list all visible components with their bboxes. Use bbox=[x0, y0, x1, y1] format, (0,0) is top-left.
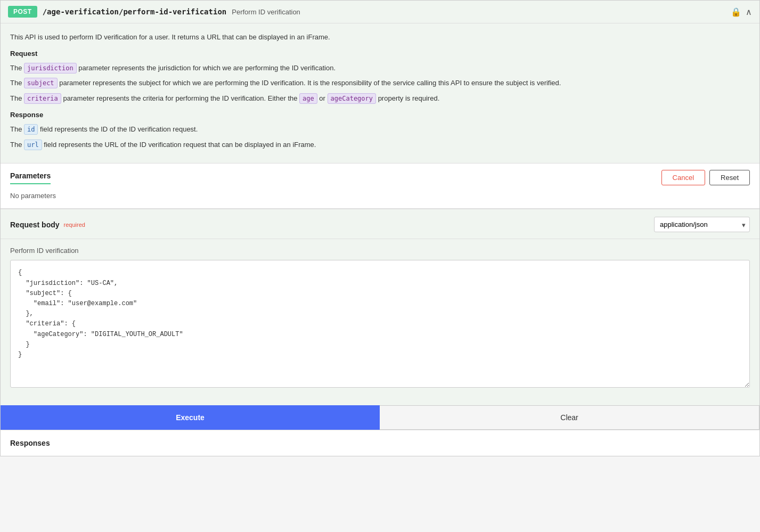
id-code: id bbox=[24, 124, 38, 135]
age-code: age bbox=[299, 93, 317, 104]
required-badge: required bbox=[64, 222, 85, 228]
api-panel: POST /age-verification/perform-id-verifi… bbox=[0, 0, 760, 456]
id-text-after: field represents the ID of the ID verifi… bbox=[38, 125, 198, 133]
jurisdiction-text-after: parameter represents the jurisdiction fo… bbox=[77, 64, 336, 72]
jurisdiction-line: The jurisdiction parameter represents th… bbox=[10, 63, 750, 74]
intro-text: This API is used to perform ID verificat… bbox=[10, 32, 750, 43]
endpoint-path: /age-verification/perform-id-verificatio… bbox=[43, 7, 227, 16]
criteria-code: criteria bbox=[24, 93, 61, 104]
request-heading: Request bbox=[10, 48, 750, 60]
url-text-before: The bbox=[10, 141, 24, 149]
request-body-section: Request body required application/json P… bbox=[1, 209, 759, 430]
id-line: The id field represents the ID of the ID… bbox=[10, 124, 750, 135]
responses-title: Responses bbox=[10, 439, 750, 447]
id-text-before: The bbox=[10, 125, 24, 133]
criteria-text-before: The bbox=[10, 94, 24, 102]
execute-button[interactable]: Execute bbox=[1, 405, 380, 430]
body-description: Perform ID verification bbox=[10, 247, 750, 255]
code-editor[interactable]: { "jurisdiction": "US-CA", "subject": { … bbox=[10, 260, 750, 388]
clear-button[interactable]: Clear bbox=[380, 405, 759, 430]
criteria-line: The criteria parameter represents the cr… bbox=[10, 93, 750, 104]
criteria-text-after: property is required. bbox=[376, 94, 439, 102]
no-parameters-text: No parameters bbox=[1, 185, 759, 208]
request-body-header: Request body required application/json bbox=[1, 209, 759, 239]
parameters-header: Parameters Cancel Reset bbox=[1, 163, 759, 185]
request-body-label: Request body bbox=[10, 220, 60, 229]
subject-text-before: The bbox=[10, 79, 24, 87]
request-body-title: Request body required bbox=[10, 220, 85, 229]
body-content: Perform ID verification { "jurisdiction"… bbox=[1, 239, 759, 397]
subject-line: The subject parameter represents the sub… bbox=[10, 78, 750, 89]
parameters-section: Parameters Cancel Reset No parameters bbox=[1, 163, 759, 209]
subject-code: subject bbox=[24, 78, 58, 88]
parameters-buttons: Cancel Reset bbox=[661, 170, 750, 185]
description-section: This API is used to perform ID verificat… bbox=[1, 23, 759, 163]
parameters-title: Parameters bbox=[10, 171, 51, 184]
url-text-after: field represents the URL of the ID verif… bbox=[42, 141, 316, 149]
url-line: The url field represents the URL of the … bbox=[10, 140, 750, 151]
criteria-text-middle1: parameter represents the criteria for pe… bbox=[61, 94, 299, 102]
jurisdiction-text-before: The bbox=[10, 64, 24, 72]
reset-button[interactable]: Reset bbox=[709, 170, 750, 185]
content-type-select[interactable]: application/json bbox=[654, 217, 750, 232]
responses-section: Responses bbox=[1, 430, 759, 456]
criteria-text-middle2: or bbox=[317, 94, 328, 102]
endpoint-header: POST /age-verification/perform-id-verifi… bbox=[1, 1, 759, 23]
endpoint-description: Perform ID verification bbox=[232, 8, 300, 16]
content-type-wrapper[interactable]: application/json bbox=[654, 217, 750, 232]
jurisdiction-code: jurisdiction bbox=[24, 63, 77, 73]
cancel-button[interactable]: Cancel bbox=[661, 170, 705, 185]
lock-icon: 🔒 bbox=[731, 7, 741, 17]
action-buttons: Execute Clear bbox=[1, 405, 759, 430]
header-icons: 🔒 ∧ bbox=[731, 7, 752, 17]
age-category-code: ageCategory bbox=[328, 93, 376, 104]
http-method-badge: POST bbox=[8, 6, 37, 18]
url-code: url bbox=[24, 140, 42, 150]
subject-text-after: parameter represents the subject for whi… bbox=[58, 79, 561, 87]
response-heading: Response bbox=[10, 110, 750, 121]
collapse-icon[interactable]: ∧ bbox=[746, 7, 752, 17]
